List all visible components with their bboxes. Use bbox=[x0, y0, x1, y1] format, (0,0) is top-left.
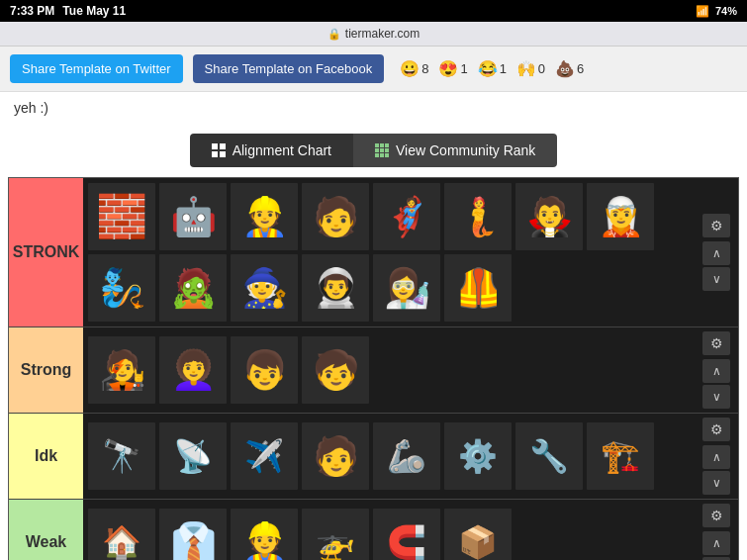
comment-area: yeh :) bbox=[0, 92, 747, 124]
svg-rect-3 bbox=[220, 151, 226, 157]
tier-label-idk: Idk bbox=[9, 414, 83, 499]
emoji-hands: 🙌 bbox=[516, 59, 536, 78]
svg-rect-4 bbox=[375, 143, 379, 147]
grid-icon bbox=[212, 143, 226, 157]
list-item: 🚁 bbox=[302, 509, 369, 560]
list-item: 🧜 bbox=[444, 183, 512, 250]
date: Tue May 11 bbox=[62, 4, 126, 18]
gear-button-weak[interactable]: ⚙ bbox=[702, 504, 730, 527]
reaction-hands-count: 0 bbox=[538, 61, 545, 76]
gear-button-strong[interactable]: ⚙ bbox=[702, 331, 730, 355]
svg-rect-12 bbox=[385, 153, 389, 157]
wifi-icon: 📶 bbox=[696, 5, 709, 18]
svg-rect-10 bbox=[375, 153, 379, 157]
reaction-poop: 💩 6 bbox=[555, 59, 584, 78]
tier-controls-idk: ⚙ ∧ ∨ bbox=[695, 414, 738, 499]
reaction-laugh: 😂 1 bbox=[478, 59, 507, 78]
list-item: ✈️ bbox=[231, 422, 298, 490]
tier-items-strong: 🧑‍🎤 👩‍🦱 👦 🧒 bbox=[83, 327, 695, 413]
up-button-strong[interactable]: ∧ bbox=[702, 359, 730, 383]
emoji-happy: 😀 bbox=[400, 59, 420, 78]
reaction-happy-count: 8 bbox=[421, 61, 428, 76]
down-button-idk[interactable]: ∨ bbox=[702, 471, 730, 495]
tab-community-label: View Community Rank bbox=[396, 142, 535, 158]
list-item: 🦸 bbox=[373, 183, 440, 250]
reactions: 😀 8 😍 1 😂 1 🙌 0 💩 6 bbox=[400, 59, 584, 78]
svg-rect-7 bbox=[375, 148, 379, 152]
list-item: 🧑‍🎤 bbox=[88, 336, 155, 404]
tier-items-idk: 🔭 📡 ✈️ 🧑 🦾 ⚙️ 🔧 🏗️ bbox=[83, 414, 695, 499]
gear-button-idk[interactable]: ⚙ bbox=[702, 418, 730, 441]
gear-button-stronk[interactable]: ⚙ bbox=[702, 214, 730, 237]
list-item: 👷 bbox=[231, 509, 298, 560]
battery: 74% bbox=[715, 5, 737, 17]
list-item: 👔 bbox=[159, 509, 227, 560]
reaction-love-count: 1 bbox=[460, 61, 467, 76]
tier-items-weak: 🏠 👔 👷 🚁 🧲 📦 bbox=[83, 500, 695, 560]
svg-rect-9 bbox=[385, 148, 389, 152]
list-item: 🧑 bbox=[302, 183, 369, 250]
up-button-idk[interactable]: ∧ bbox=[702, 445, 730, 469]
list-item: 🏗️ bbox=[587, 422, 654, 490]
share-facebook-button[interactable]: Share Template on Facebook bbox=[193, 54, 385, 83]
list-item: 📡 bbox=[159, 422, 227, 490]
list-item: 👨‍🚀 bbox=[302, 254, 369, 322]
reaction-poop-count: 6 bbox=[577, 61, 584, 76]
tab-alignment-label: Alignment Chart bbox=[233, 142, 331, 158]
list-item: 🦺 bbox=[444, 254, 512, 322]
down-button-strong[interactable]: ∨ bbox=[702, 385, 730, 409]
tier-row-strong: Strong 🧑‍🎤 👩‍🦱 👦 🧒 ⚙ ∧ ∨ bbox=[9, 327, 738, 414]
reaction-laugh-count: 1 bbox=[500, 61, 507, 76]
svg-rect-0 bbox=[212, 143, 218, 149]
tier-label-stronk: STRONK bbox=[9, 178, 83, 327]
tier-items-stronk: 🧱 🤖 👷 🧑 🦸 🧜 🧛 🧝 🧞 🧟 🧙 👨‍🚀 👩‍🔬 🦺 bbox=[83, 178, 695, 327]
svg-rect-2 bbox=[212, 151, 218, 157]
tier-controls-stronk: ⚙ ∧ ∨ bbox=[695, 178, 738, 327]
tier-controls-strong: ⚙ ∧ ∨ bbox=[695, 327, 738, 413]
list-item: 🧟 bbox=[159, 254, 227, 322]
list-item: 👩‍🔬 bbox=[373, 254, 440, 322]
tab-community-rank[interactable]: View Community Rank bbox=[353, 134, 557, 167]
list-item: 👩‍🦱 bbox=[159, 336, 227, 404]
down-button-stronk[interactable]: ∨ bbox=[702, 267, 730, 291]
status-bar: 7:33 PM Tue May 11 📶 74% bbox=[0, 0, 747, 22]
tab-row: Alignment Chart View Community Rank bbox=[0, 124, 747, 177]
list-item: 🔧 bbox=[515, 422, 583, 490]
lock-icon: 🔒 bbox=[327, 28, 341, 41]
time: 7:33 PM bbox=[10, 4, 54, 18]
svg-rect-5 bbox=[380, 143, 384, 147]
list-item: 🧲 bbox=[373, 509, 440, 560]
list-item: 🧞 bbox=[88, 254, 155, 322]
list-item: 📦 bbox=[444, 509, 512, 560]
list-item: 👦 bbox=[231, 336, 298, 404]
share-twitter-button[interactable]: Share Template on Twitter bbox=[10, 54, 183, 83]
emoji-poop: 💩 bbox=[555, 59, 575, 78]
tier-row-weak: Weak 🏠 👔 👷 🚁 🧲 📦 ⚙ ∧ ∨ bbox=[9, 500, 738, 560]
tier-row-idk: Idk 🔭 📡 ✈️ 🧑 🦾 ⚙️ 🔧 🏗️ ⚙ ∧ ∨ bbox=[9, 414, 738, 500]
list-item: 🤖 bbox=[159, 183, 227, 250]
svg-rect-6 bbox=[385, 143, 389, 147]
community-grid-icon bbox=[375, 143, 389, 157]
tier-label-strong: Strong bbox=[9, 327, 83, 413]
up-button-stronk[interactable]: ∧ bbox=[702, 241, 730, 265]
emoji-love: 😍 bbox=[438, 59, 458, 78]
svg-rect-11 bbox=[380, 153, 384, 157]
reaction-happy: 😀 8 bbox=[400, 59, 428, 78]
action-bar: Share Template on Twitter Share Template… bbox=[0, 47, 747, 92]
list-item: 🧙 bbox=[231, 254, 298, 322]
list-item: 🧛 bbox=[515, 183, 583, 250]
browser-bar: 🔒 tiermaker.com bbox=[0, 22, 747, 47]
reaction-hands: 🙌 0 bbox=[516, 59, 545, 78]
list-item: 🧝 bbox=[587, 183, 654, 250]
emoji-laugh: 😂 bbox=[478, 59, 498, 78]
tier-container: STRONK 🧱 🤖 👷 🧑 🦸 🧜 🧛 🧝 🧞 🧟 🧙 👨‍🚀 👩‍🔬 🦺 ⚙… bbox=[8, 177, 739, 560]
list-item: 🧒 bbox=[302, 336, 369, 404]
tab-alignment-chart[interactable]: Alignment Chart bbox=[190, 134, 353, 167]
tier-row-stronk: STRONK 🧱 🤖 👷 🧑 🦸 🧜 🧛 🧝 🧞 🧟 🧙 👨‍🚀 👩‍🔬 🦺 ⚙… bbox=[9, 178, 738, 327]
tier-label-weak: Weak bbox=[9, 500, 83, 560]
list-item: 🦾 bbox=[373, 422, 440, 490]
url: tiermaker.com bbox=[345, 27, 420, 41]
up-button-weak[interactable]: ∧ bbox=[702, 531, 730, 555]
svg-rect-1 bbox=[220, 143, 226, 149]
svg-rect-8 bbox=[380, 148, 384, 152]
